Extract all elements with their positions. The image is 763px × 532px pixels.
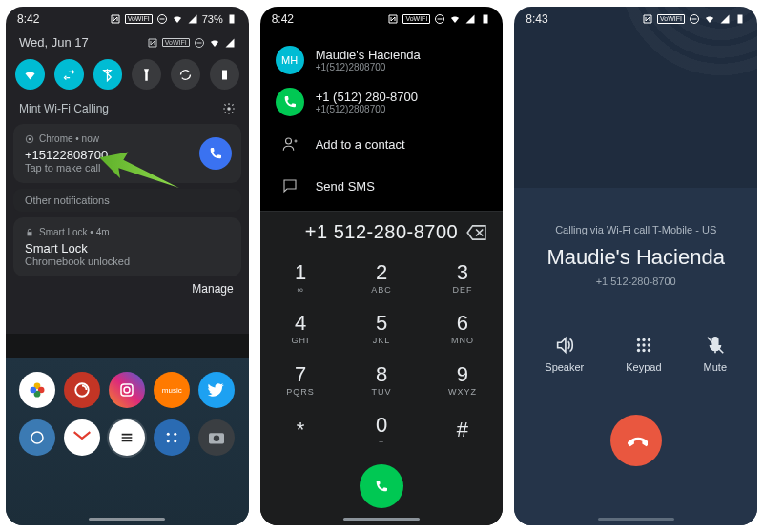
hangup-icon: [625, 429, 648, 452]
key-8[interactable]: 8TUV: [341, 355, 423, 406]
call-info: Calling via Wi-Fi call T-Mobile - US Mau…: [514, 31, 757, 312]
end-call-button[interactable]: [610, 415, 662, 466]
svg-rect-13: [121, 384, 133, 396]
qs-bluetooth[interactable]: [93, 59, 123, 90]
app-music[interactable]: music: [154, 372, 190, 408]
key-5[interactable]: 5JKL: [341, 304, 423, 356]
dial-call-button[interactable]: [360, 464, 403, 508]
add-contact[interactable]: Add to a contact: [260, 123, 504, 165]
battery-icon: [480, 13, 491, 25]
vowifi-badge: VoWIFI: [125, 14, 153, 24]
signal-icon: [187, 13, 198, 25]
svg-rect-1: [229, 15, 234, 24]
quick-settings: [6, 55, 249, 99]
qs-data[interactable]: [54, 59, 84, 90]
call-controls: Speaker Keypad Mute: [514, 312, 757, 525]
list-item-title: Send SMS: [316, 179, 375, 194]
app-pocketcasts[interactable]: [64, 372, 100, 408]
vowifi-badge: VoWIFI: [402, 14, 430, 24]
send-sms[interactable]: Send SMS: [260, 165, 504, 207]
status-time: 8:43: [526, 12, 547, 26]
add-contact-icon: [276, 130, 304, 158]
notification-chrome[interactable]: Chrome • now +15122808700 Tap to make ca…: [13, 124, 241, 183]
key-hash[interactable]: #: [422, 406, 503, 458]
home-indicator[interactable]: [89, 518, 165, 521]
key-4[interactable]: 4GHI: [260, 304, 341, 356]
app-twitter[interactable]: [198, 372, 235, 408]
battery-icon: [734, 13, 746, 25]
key-9[interactable]: 9WXYZ: [422, 355, 503, 406]
keypad-button[interactable]: Keypad: [626, 335, 661, 373]
dnd-icon: [194, 37, 205, 49]
app-authy[interactable]: [19, 419, 55, 456]
chrome-icon: [25, 134, 34, 144]
callee-name: Maudie's Hacienda: [546, 245, 724, 270]
svg-point-16: [167, 433, 170, 436]
home-screen: music: [6, 358, 249, 525]
home-indicator[interactable]: [343, 518, 420, 521]
app-gmail[interactable]: [64, 419, 100, 456]
key-6[interactable]: 6MNO: [422, 304, 503, 356]
mute-button[interactable]: Mute: [704, 335, 727, 373]
svg-point-29: [648, 338, 650, 341]
notification-smartlock[interactable]: Smart Lock • 4m Smart Lock Chromebook un…: [13, 217, 241, 276]
list-item-title: Maudie's Hacienda: [316, 48, 421, 62]
app-row: music: [6, 358, 249, 416]
notification-source: Smart Lock • 4m: [25, 227, 230, 237]
key-1[interactable]: 1∞: [260, 253, 341, 304]
status-time: 8:42: [272, 12, 294, 26]
nfc-icon: [110, 13, 121, 25]
svg-point-28: [642, 338, 645, 341]
screen-dialer: 8:42 VoWIFI MH Maudie's Hacienda+1(512)2…: [260, 7, 504, 525]
svg-point-17: [174, 433, 176, 436]
qs-rotate[interactable]: [171, 59, 200, 90]
list-item-title: Add to a contact: [316, 137, 405, 152]
gear-icon[interactable]: [222, 102, 236, 115]
svg-point-19: [174, 440, 176, 442]
vowifi-badge: VoWIFI: [657, 14, 685, 24]
app-camera[interactable]: [198, 419, 235, 456]
qs-flashlight[interactable]: [132, 59, 161, 90]
nfc-icon: [642, 13, 653, 25]
svg-point-15: [31, 432, 43, 443]
svg-point-21: [214, 436, 219, 441]
key-7[interactable]: 7PQRS: [260, 355, 341, 406]
manage-button[interactable]: Manage: [6, 282, 249, 303]
backspace-button[interactable]: [466, 225, 487, 240]
suggestion-list: MH Maudie's Hacienda+1(512)2808700 +1 (5…: [260, 31, 504, 211]
dialed-number-row: +1 512-280-8700: [260, 211, 504, 253]
phone-icon: [282, 94, 298, 110]
svg-point-18: [167, 440, 170, 442]
status-icons: VoWIFI: [642, 13, 746, 25]
vowifi-badge: VoWIFI: [162, 38, 190, 48]
suggestion-number[interactable]: +1 (512) 280-8700+1(512)2808700: [260, 81, 504, 123]
app-photos[interactable]: [19, 372, 55, 408]
app-instagram[interactable]: [109, 372, 145, 408]
svg-point-6: [29, 137, 31, 140]
svg-point-4: [227, 107, 231, 111]
callee-number: +1 512-280-8700: [596, 276, 676, 287]
avatar: MH: [276, 46, 304, 74]
key-3[interactable]: 3DEF: [422, 253, 503, 304]
key-2[interactable]: 2ABC: [341, 253, 423, 304]
screen-notifications: 8:42 VoWIFI 73% Wed, Jun 17 VoWIFI Mint …: [6, 7, 249, 525]
wifi-icon: [704, 13, 715, 25]
signal-icon: [464, 13, 476, 25]
key-star[interactable]: *: [260, 406, 341, 458]
notification-title: Smart Lock: [25, 241, 230, 256]
svg-point-35: [648, 349, 650, 352]
call-button[interactable]: [199, 137, 232, 170]
qs-wifi[interactable]: [15, 59, 45, 90]
suggestion-contact[interactable]: MH Maudie's Hacienda+1(512)2808700: [260, 39, 504, 81]
status-bar: 8:42 VoWIFI 73%: [6, 7, 249, 31]
key-0[interactable]: 0+: [341, 406, 423, 458]
date-row: Wed, Jun 17 VoWIFI: [6, 31, 249, 55]
notification-subtitle: Chromebook unlocked: [25, 256, 230, 267]
svg-point-14: [124, 387, 130, 393]
speaker-button[interactable]: Speaker: [545, 335, 584, 373]
home-indicator[interactable]: [598, 518, 674, 521]
app-drawer[interactable]: [109, 419, 145, 456]
speaker-icon: [554, 335, 575, 356]
qs-battery-saver[interactable]: [210, 59, 239, 90]
app-generic[interactable]: [154, 419, 190, 456]
